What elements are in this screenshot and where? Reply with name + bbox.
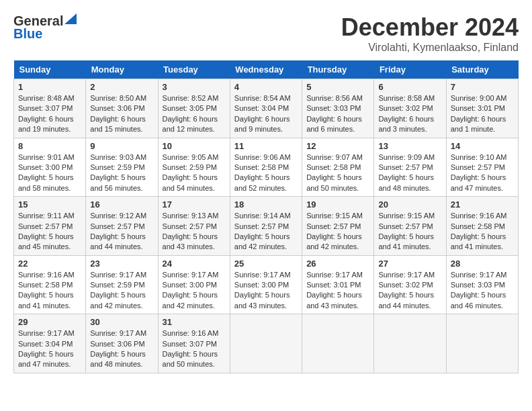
sunset-label: Sunset: 2:58 PM (234, 163, 289, 171)
calendar-cell (230, 314, 302, 373)
calendar-cell (374, 314, 446, 373)
daylight-label: Daylight: 6 hours and 15 minutes. (90, 115, 146, 133)
sunrise-label: Sunrise: 9:09 AM (378, 153, 435, 161)
month-title: December 2024 (341, 13, 519, 42)
calendar-cell: 13 Sunrise: 9:09 AM Sunset: 2:57 PM Dayl… (374, 138, 446, 197)
daylight-label: Daylight: 5 hours and 56 minutes. (90, 173, 146, 191)
day-info: Sunrise: 8:50 AM Sunset: 3:06 PM Dayligh… (90, 93, 153, 135)
day-number: 17 (163, 199, 226, 210)
calendar-cell: 6 Sunrise: 8:58 AM Sunset: 3:02 PM Dayli… (374, 79, 446, 138)
day-info: Sunrise: 9:06 AM Sunset: 2:58 PM Dayligh… (234, 152, 298, 194)
sunrise-label: Sunrise: 9:07 AM (306, 153, 363, 161)
sunrise-label: Sunrise: 9:01 AM (18, 153, 75, 161)
day-number: 27 (378, 259, 441, 269)
day-info: Sunrise: 9:16 AM Sunset: 2:58 PM Dayligh… (451, 211, 514, 253)
daylight-label: Daylight: 5 hours and 43 minutes. (234, 291, 290, 309)
sunset-label: Sunset: 3:06 PM (90, 104, 144, 112)
calendar-cell: 22 Sunrise: 9:16 AM Sunset: 2:58 PM Dayl… (14, 255, 86, 314)
daylight-label: Daylight: 5 hours and 47 minutes. (18, 350, 74, 368)
day-number: 3 (163, 82, 226, 92)
sunset-label: Sunset: 3:01 PM (306, 281, 361, 289)
sunset-label: Sunset: 2:57 PM (234, 222, 289, 230)
daylight-label: Daylight: 6 hours and 12 minutes. (163, 115, 218, 133)
day-number: 19 (306, 199, 369, 210)
sunrise-label: Sunrise: 9:16 AM (163, 329, 219, 337)
sunset-label: Sunset: 3:03 PM (451, 281, 505, 289)
sunset-label: Sunset: 2:59 PM (90, 163, 144, 171)
daylight-label: Daylight: 6 hours and 9 minutes. (234, 115, 290, 133)
sunrise-label: Sunrise: 9:05 AM (163, 153, 219, 161)
sunrise-label: Sunrise: 9:15 AM (306, 212, 363, 220)
sunrise-label: Sunrise: 9:17 AM (90, 329, 146, 337)
day-info: Sunrise: 8:52 AM Sunset: 3:05 PM Dayligh… (163, 93, 226, 135)
sunset-label: Sunset: 3:02 PM (378, 104, 433, 112)
location-title: Virolahti, Kymenlaakso, Finland (341, 42, 519, 54)
calendar-cell: 18 Sunrise: 9:14 AM Sunset: 2:57 PM Dayl… (230, 197, 302, 256)
sunrise-label: Sunrise: 9:17 AM (18, 329, 75, 337)
sunrise-label: Sunrise: 8:50 AM (90, 94, 146, 102)
calendar-cell: 10 Sunrise: 9:05 AM Sunset: 2:59 PM Dayl… (158, 138, 230, 197)
calendar-cell: 27 Sunrise: 9:17 AM Sunset: 3:02 PM Dayl… (374, 255, 446, 314)
day-info: Sunrise: 9:17 AM Sunset: 3:00 PM Dayligh… (163, 270, 226, 312)
calendar-week-5: 29 Sunrise: 9:17 AM Sunset: 3:04 PM Dayl… (14, 314, 519, 373)
day-info: Sunrise: 9:17 AM Sunset: 3:04 PM Dayligh… (18, 328, 81, 370)
day-header-sunday: Sunday (14, 60, 86, 79)
day-number: 28 (451, 259, 514, 269)
sunrise-label: Sunrise: 9:00 AM (451, 94, 507, 102)
day-number: 25 (234, 259, 298, 269)
sunset-label: Sunset: 3:04 PM (234, 104, 289, 112)
sunrise-label: Sunrise: 9:15 AM (378, 212, 435, 220)
sunset-label: Sunset: 2:59 PM (90, 281, 144, 289)
day-info: Sunrise: 9:17 AM Sunset: 3:01 PM Dayligh… (306, 270, 369, 312)
day-number: 15 (18, 199, 81, 210)
day-header-tuesday: Tuesday (158, 60, 230, 79)
sunset-label: Sunset: 3:06 PM (90, 340, 144, 348)
day-info: Sunrise: 9:17 AM Sunset: 3:00 PM Dayligh… (234, 270, 298, 312)
sunrise-label: Sunrise: 9:13 AM (163, 212, 219, 220)
day-header-friday: Friday (374, 60, 446, 79)
calendar-cell: 1 Sunrise: 8:48 AM Sunset: 3:07 PM Dayli… (14, 79, 86, 138)
day-number: 30 (90, 317, 153, 327)
calendar-cell: 12 Sunrise: 9:07 AM Sunset: 2:58 PM Dayl… (302, 138, 374, 197)
sunset-label: Sunset: 3:00 PM (163, 281, 217, 289)
day-info: Sunrise: 9:12 AM Sunset: 2:57 PM Dayligh… (90, 211, 153, 253)
sunrise-label: Sunrise: 8:48 AM (18, 94, 75, 102)
sunset-label: Sunset: 3:04 PM (18, 340, 73, 348)
daylight-label: Daylight: 5 hours and 44 minutes. (90, 232, 146, 250)
sunset-label: Sunset: 3:00 PM (18, 163, 73, 171)
logo-arrow-icon (64, 13, 77, 27)
sunrise-label: Sunrise: 8:58 AM (378, 94, 435, 102)
calendar-cell (302, 314, 374, 373)
calendar-cell: 16 Sunrise: 9:12 AM Sunset: 2:57 PM Dayl… (86, 197, 158, 256)
day-number: 10 (163, 141, 226, 151)
sunset-label: Sunset: 2:58 PM (451, 222, 505, 230)
logo: General Blue (13, 13, 77, 42)
calendar-cell: 17 Sunrise: 9:13 AM Sunset: 2:57 PM Dayl… (158, 197, 230, 256)
day-info: Sunrise: 9:00 AM Sunset: 3:01 PM Dayligh… (451, 93, 514, 135)
day-number: 13 (378, 141, 441, 151)
day-number: 2 (90, 82, 153, 92)
sunrise-label: Sunrise: 8:52 AM (163, 94, 219, 102)
day-info: Sunrise: 9:03 AM Sunset: 2:59 PM Dayligh… (90, 152, 153, 194)
day-number: 23 (90, 259, 153, 269)
calendar-week-3: 15 Sunrise: 9:11 AM Sunset: 2:57 PM Dayl… (14, 197, 519, 256)
daylight-label: Daylight: 6 hours and 19 minutes. (18, 115, 74, 133)
sunset-label: Sunset: 2:57 PM (451, 163, 505, 171)
day-number: 4 (234, 82, 298, 92)
sunset-label: Sunset: 3:07 PM (18, 104, 73, 112)
day-number: 9 (90, 141, 153, 151)
sunrise-label: Sunrise: 9:17 AM (234, 271, 291, 279)
calendar-cell: 20 Sunrise: 9:15 AM Sunset: 2:57 PM Dayl… (374, 197, 446, 256)
sunset-label: Sunset: 2:57 PM (18, 222, 73, 230)
daylight-label: Daylight: 5 hours and 48 minutes. (90, 350, 146, 368)
title-section: December 2024 Virolahti, Kymenlaakso, Fi… (341, 13, 519, 54)
sunset-label: Sunset: 2:58 PM (18, 281, 73, 289)
svg-marker-0 (64, 13, 77, 24)
daylight-label: Daylight: 5 hours and 48 minutes. (378, 173, 434, 191)
sunset-label: Sunset: 3:03 PM (306, 104, 361, 112)
daylight-label: Daylight: 5 hours and 58 minutes. (18, 173, 74, 191)
calendar-cell: 5 Sunrise: 8:56 AM Sunset: 3:03 PM Dayli… (302, 79, 374, 138)
sunrise-label: Sunrise: 9:14 AM (234, 212, 291, 220)
day-info: Sunrise: 9:11 AM Sunset: 2:57 PM Dayligh… (18, 211, 81, 253)
day-number: 12 (306, 141, 369, 151)
